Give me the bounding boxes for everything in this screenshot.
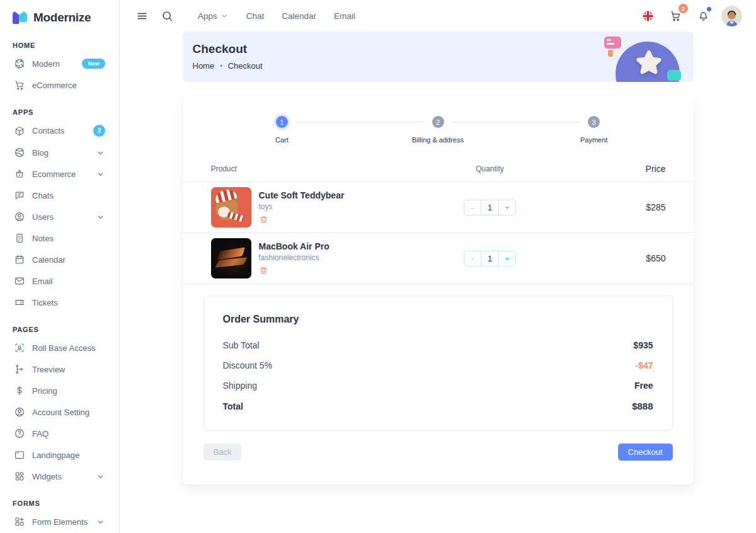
- step-label: Billing & address: [412, 136, 464, 144]
- decorative-shape: [227, 211, 244, 222]
- sidebar-item-users[interactable]: Users: [9, 206, 110, 227]
- notifications-button[interactable]: [694, 6, 713, 25]
- step-payment[interactable]: 3 Payment: [516, 116, 672, 144]
- quantity-decrease-button[interactable]: -: [464, 200, 481, 215]
- sidebar-item-label: Treeview: [32, 365, 65, 374]
- sidebar-item-faq[interactable]: FAQ: [9, 423, 110, 444]
- sidebar-item-treeview[interactable]: Treeview: [9, 358, 110, 380]
- checkout-card: 1 Cart 2 Billing & address 3 Payment: [183, 96, 694, 484]
- product-image-teddybear: [211, 187, 251, 227]
- product-name: MacBook Air Pro: [259, 241, 329, 251]
- chevron-down-icon: [96, 212, 105, 222]
- step-billing-address[interactable]: 2 Billing & address: [360, 116, 516, 144]
- sidebar-item-ecommerce-home[interactable]: eCommerce: [9, 74, 110, 96]
- chevron-down-icon: [96, 517, 105, 527]
- search-button[interactable]: [158, 6, 176, 25]
- quantity-stepper: - 1 +: [464, 251, 516, 266]
- sidebar-item-roll-base-access[interactable]: Roll Base Access: [9, 337, 110, 358]
- sidebar-item-account-setting[interactable]: Account Setting: [9, 401, 110, 423]
- sidebar-item-label: Calendar: [32, 255, 66, 265]
- summary-value: -$47: [635, 360, 653, 370]
- uk-flag-icon: [642, 10, 654, 22]
- user-scan-icon: [14, 342, 25, 353]
- sidebar-item-label: Notes: [32, 234, 54, 243]
- topnav-apps-label: Apps: [198, 11, 217, 21]
- sidebar-item-pricing[interactable]: Pricing: [9, 380, 110, 401]
- sidebar-item-label: eCommerce: [32, 81, 77, 90]
- order-summary-title: Order Summary: [223, 314, 653, 325]
- sidebar-item-form-elements[interactable]: Form Elements: [9, 511, 110, 532]
- summary-row-shipping: Shipping Free: [223, 381, 653, 391]
- table-row: Cute Soft Teddybear toys -: [183, 181, 694, 232]
- avatar-image: [721, 6, 742, 26]
- sidebar-item-label: Contacts: [32, 126, 64, 135]
- star-icon: [633, 48, 665, 78]
- sidebar: Modernize HOME Modern New eCommerce APPS…: [0, 0, 120, 533]
- header-price: Price: [544, 164, 666, 174]
- sidebar-item-modern[interactable]: Modern New: [9, 53, 110, 74]
- sidebar-item-widgets[interactable]: Widgets: [9, 466, 110, 487]
- delete-item-button[interactable]: [259, 266, 268, 275]
- form-elements-icon: [14, 516, 25, 527]
- sidebar-item-label: Blog: [32, 148, 49, 158]
- sidebar-item-label: Modern: [32, 59, 60, 69]
- summary-value: Free: [634, 381, 653, 391]
- sidebar-section-forms: FORMS: [13, 500, 110, 507]
- back-button[interactable]: Back: [203, 444, 242, 461]
- breadcrumb: Home • Checkout: [193, 61, 263, 71]
- card-actions: Back Checkout: [203, 444, 673, 461]
- avatar[interactable]: [721, 6, 742, 26]
- modernize-logo-icon: [11, 9, 28, 25]
- sidebar-item-tickets[interactable]: Tickets: [9, 292, 110, 313]
- bell-icon: [697, 10, 709, 22]
- step-number: 2: [432, 116, 444, 128]
- step-cart[interactable]: 1 Cart: [204, 116, 360, 144]
- teal-shape: [667, 70, 681, 81]
- topnav-chat[interactable]: Chat: [240, 8, 271, 25]
- sidebar-section-pages: PAGES: [13, 326, 110, 333]
- breadcrumb-current: Checkout: [228, 61, 263, 71]
- summary-label: Sub Total: [223, 340, 260, 350]
- sidebar-item-notes[interactable]: Notes: [9, 227, 110, 249]
- user-circle-icon: [14, 211, 25, 222]
- quantity-increase-button[interactable]: +: [498, 200, 515, 215]
- widgets-icon: [14, 471, 25, 482]
- sidebar-item-label: Widgets: [32, 472, 62, 481]
- basket-icon: [14, 168, 25, 180]
- sidebar-item-ecommerce-apps[interactable]: Ecommerce: [9, 163, 110, 185]
- quantity-decrease-button[interactable]: -: [464, 251, 481, 266]
- order-summary: Order Summary Sub Total $935 Discount 5%…: [203, 295, 673, 431]
- delete-item-button[interactable]: [259, 215, 268, 224]
- chevron-down-icon: [96, 169, 105, 179]
- contacts-count-badge: 2: [93, 125, 105, 137]
- sidebar-toggle-button[interactable]: [132, 6, 151, 25]
- sidebar-item-landingpage[interactable]: Landingpage: [9, 444, 110, 466]
- quantity-increase-button[interactable]: +: [498, 251, 515, 266]
- topnav-calendar-label: Calendar: [282, 11, 316, 21]
- dollar-icon: [14, 385, 25, 396]
- sidebar-item-calendar[interactable]: Calendar: [9, 249, 110, 270]
- sidebar-item-label: Landingpage: [32, 450, 79, 460]
- topnav-email[interactable]: Email: [328, 8, 362, 25]
- sidebar-item-blog[interactable]: Blog: [9, 142, 110, 163]
- sidebar-item-email[interactable]: Email: [9, 270, 110, 292]
- aperture-icon: [14, 58, 25, 69]
- sidebar-item-label: FAQ: [32, 429, 49, 438]
- checkout-button[interactable]: Checkout: [618, 444, 673, 461]
- sidebar-section-apps: APPS: [13, 108, 110, 116]
- sidebar-item-chats[interactable]: Chats: [9, 185, 110, 206]
- app-window-icon: [14, 449, 25, 461]
- topnav-apps[interactable]: Apps: [192, 8, 235, 25]
- sidebar-item-contacts[interactable]: Contacts 2: [9, 120, 110, 142]
- topnav-calendar[interactable]: Calendar: [275, 8, 323, 25]
- sidebar-section-home: HOME: [13, 42, 110, 49]
- brand-logo[interactable]: Modernize: [9, 0, 110, 29]
- breadcrumb-home[interactable]: Home: [193, 61, 215, 71]
- language-button[interactable]: [638, 6, 657, 25]
- chat-icon: [14, 190, 25, 201]
- notes-icon: [14, 232, 25, 244]
- topnav-email-label: Email: [334, 11, 355, 21]
- card-shape: [604, 37, 621, 49]
- cart-button[interactable]: 2: [666, 6, 685, 25]
- product-category: toys: [259, 202, 345, 211]
